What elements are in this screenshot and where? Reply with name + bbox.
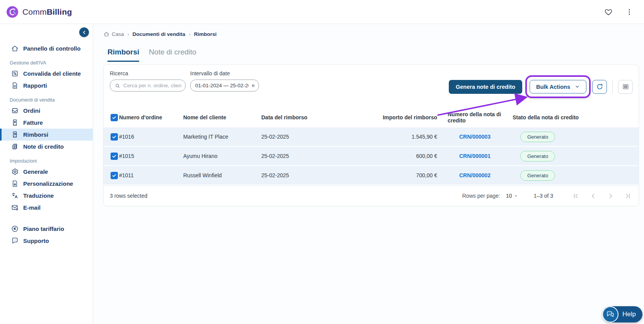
help-label: Help: [622, 310, 636, 318]
status-badge: Generato: [520, 132, 555, 142]
sidebar-collapse-button[interactable]: [79, 27, 89, 37]
date-range-field: Intervallo di date: [190, 70, 259, 92]
first-page-button[interactable]: [571, 191, 580, 200]
breadcrumb-home[interactable]: Casa: [104, 31, 124, 37]
check-icon: [112, 134, 117, 139]
bulk-actions-button[interactable]: Bulk Actions: [530, 80, 586, 93]
header-refund-amount: Importo del rimborso: [373, 114, 437, 120]
credit-note-link[interactable]: CRN/000003: [459, 134, 491, 140]
generate-credit-notes-button[interactable]: Genera note di credito: [449, 80, 522, 94]
columns-button[interactable]: [618, 80, 633, 94]
sidebar-spacer: [0, 214, 93, 223]
header-credit-note-number: Numero della nota di credito: [437, 111, 513, 124]
refresh-icon: [596, 83, 603, 90]
columns-icon: [622, 83, 629, 90]
tabs: Rimborsi Note di credito: [107, 48, 644, 62]
refunds-icon: [11, 131, 19, 138]
cell-refund-amount: 700,00 €: [373, 172, 437, 178]
row-checkbox[interactable]: [111, 133, 118, 141]
sidebar-item-personalizzazione[interactable]: Personalizzazione: [0, 178, 93, 190]
search-icon: [115, 83, 120, 89]
rows-per-page-label: Rows per page:: [462, 193, 500, 199]
breadcrumb: Casa › Documenti di vendita › Rimborsi: [93, 24, 644, 37]
sidebar-item-traduzione[interactable]: Traduzione: [0, 190, 93, 202]
sidebar-item-email[interactable]: E-mail: [0, 202, 93, 214]
brand-logo[interactable]: CommBilling: [6, 6, 72, 18]
toolbar-divider: [612, 80, 613, 94]
sidebar-item-label: Rapporti: [23, 82, 47, 89]
sidebar-item-ordini[interactable]: Ordini: [0, 105, 93, 117]
sidebar-item-supporto[interactable]: Supporto: [0, 235, 93, 247]
tab-note-di-credito[interactable]: Note di credito: [149, 48, 196, 62]
breadcrumb-separator: ›: [128, 31, 129, 37]
selection-count: 3 rows selected: [110, 193, 147, 199]
breadcrumb-home-label: Casa: [112, 31, 124, 37]
previous-page-button[interactable]: [588, 191, 598, 200]
filters: Ricerca Intervallo di date: [110, 70, 259, 92]
next-page-button[interactable]: [606, 191, 615, 200]
search-input[interactable]: [123, 83, 181, 88]
refresh-button[interactable]: [592, 80, 607, 94]
table-row[interactable]: #1011 Russell Winfield 25-02-2025 700,00…: [104, 166, 639, 185]
search-field: Ricerca: [110, 70, 186, 92]
toolbar: Genera note di credito Bulk Actions: [449, 75, 633, 98]
sidebar-item-note-di-credito[interactable]: Note di credito: [0, 141, 93, 153]
cell-refund-date: 25-02-2025: [261, 172, 373, 178]
date-range-input[interactable]: [195, 83, 249, 88]
sidebar-item-generale[interactable]: Generale: [0, 166, 93, 178]
pagination: Rows per page: 10 1–3 of 3: [462, 191, 632, 200]
sidebar-item-label: Rimborsi: [23, 131, 48, 138]
translate-icon: [11, 192, 19, 199]
status-badge: Generato: [520, 151, 555, 161]
home-icon: [104, 31, 109, 37]
sidebar-item-label: Traduzione: [23, 192, 54, 199]
filter-toolbar-row: Ricerca Intervallo di date: [104, 65, 639, 98]
last-page-button[interactable]: [623, 191, 632, 200]
topbar-actions: [604, 7, 634, 17]
orders-icon: [11, 107, 19, 114]
breadcrumb-section[interactable]: Documenti di vendita: [133, 31, 186, 37]
credit-note-link[interactable]: CRN/000001: [459, 153, 491, 159]
annotation-highlight-box: Bulk Actions: [525, 75, 591, 98]
row-checkbox[interactable]: [111, 153, 118, 160]
row-checkbox[interactable]: [111, 172, 118, 179]
sidebar-item-piano-tariffario[interactable]: Piano tariffario: [0, 223, 93, 235]
sidebar-item-label: Generale: [23, 168, 48, 175]
reports-icon: [11, 82, 19, 89]
credit-note-link[interactable]: CRN/000002: [459, 172, 491, 178]
email-icon: [11, 204, 19, 211]
pagination-buttons: [571, 191, 632, 200]
table-row[interactable]: #1016 Marketing IT Place 25-02-2025 1.54…: [104, 127, 639, 146]
rows-per-page-select[interactable]: 10: [506, 193, 518, 199]
sidebar-item-fatture[interactable]: Fatture: [0, 117, 93, 129]
tab-rimborsi[interactable]: Rimborsi: [107, 48, 139, 62]
chevron-down-icon: [575, 84, 580, 89]
select-all-checkbox[interactable]: [111, 114, 118, 121]
chevron-left-icon: [82, 30, 87, 35]
calendar-icon: [252, 83, 255, 89]
header-credit-note-status: Stato della nota di credito: [513, 114, 639, 120]
cell-refund-amount: 1.545,90 €: [373, 134, 437, 140]
header-customer-name: Nome del cliente: [183, 114, 261, 120]
sidebar-item-label: Piano tariffario: [23, 225, 64, 232]
sidebar-item-label: Convalida del cliente: [23, 70, 81, 77]
favorites-heart-icon[interactable]: [604, 7, 613, 17]
date-range-input-box: [190, 80, 259, 92]
brand-name: CommBilling: [22, 7, 72, 17]
sidebar-section-documenti-di-vendita: Documenti di vendita: [0, 92, 93, 105]
sidebar-item-label: E-mail: [23, 204, 41, 211]
sidebar-item-convalida-del-cliente[interactable]: Convalida del cliente: [0, 68, 93, 80]
kebab-menu-icon[interactable]: [625, 7, 634, 17]
home-icon: [11, 45, 19, 52]
sidebar-item-pannello-di-controllo[interactable]: Pannello di controllo: [0, 42, 93, 54]
sidebar-item-rapporti[interactable]: Rapporti: [0, 80, 93, 92]
help-button[interactable]: Help: [602, 306, 642, 322]
cell-refund-date: 25-02-2025: [261, 134, 373, 140]
caret-down-icon: [514, 194, 518, 198]
sidebar-item-label: Supporto: [23, 237, 49, 244]
table-row[interactable]: #1015 Ayumu Hirano 25-02-2025 600,00 € C…: [104, 147, 639, 165]
search-input-box: [110, 80, 186, 92]
sidebar-item-rimborsi[interactable]: Rimborsi: [0, 129, 93, 141]
sidebar-section-impostazioni: Impostazioni: [0, 153, 93, 166]
sidebar: Pannello di controllo Gestione dell'IVA …: [0, 24, 93, 324]
